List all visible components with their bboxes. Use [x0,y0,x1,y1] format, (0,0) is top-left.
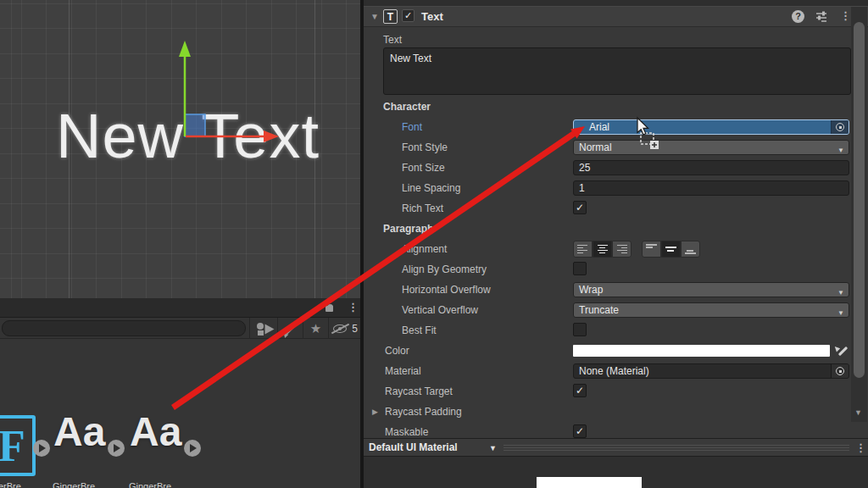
component-enabled-checkbox[interactable]: ✓ [402,9,415,22]
foldout-arrow-icon[interactable]: ▼ [370,12,379,21]
rich-text-label: Rich Text [402,202,443,214]
material-preview-area [364,457,868,488]
eye-slash-icon [331,324,349,334]
character-section-heading: Character [364,97,868,117]
font-row: Font Arial [364,117,868,137]
search-input[interactable] [2,320,246,336]
project-toolbar: ★ 5 [0,318,360,339]
material-label: Material [385,365,421,377]
font-asset-preview[interactable]: Aa [130,412,181,452]
text-component-icon: T [383,9,398,24]
raycast-padding-label: Raycast Padding [385,406,462,418]
alignment-row: Alignment [364,239,868,259]
chevron-down-icon: ▼ [837,286,844,300]
best-fit-label: Best Fit [402,324,437,336]
text-component-header[interactable]: ▼ T ✓ Text ? ⋮ [364,7,868,27]
font-size-label: Font Size [402,162,445,174]
material-menu-kebab-icon[interactable]: ⋮ [855,442,866,453]
material-bar-label[interactable]: Default UI Material [369,441,458,453]
maskable-checkbox[interactable]: ✓ [573,424,587,438]
shapes-icon [254,320,273,337]
text-property-label: Text [383,34,402,46]
align-bottom-button[interactable] [681,241,700,258]
object-picker-icon[interactable] [831,364,849,378]
scrollbar-thumb[interactable] [854,22,865,378]
foldout-right-icon[interactable]: ▶ [372,408,378,416]
font-file-asset[interactable]: F [0,415,36,476]
maskable-label: Maskable [385,426,428,438]
align-by-geometry-label: Align By Geometry [402,263,487,275]
text-value-textarea[interactable]: New Text [383,47,851,95]
paragraph-section-heading: Paragraph [364,219,868,239]
move-gizmo[interactable] [0,0,360,298]
align-by-geometry-row: Align By Geometry [364,259,868,280]
rich-text-checkbox[interactable]: ✓ [573,201,587,214]
eyedropper-icon[interactable] [835,343,850,358]
align-right-button[interactable] [612,241,632,258]
star-icon: ★ [310,321,321,336]
asset-label[interactable]: GingerBre... [129,481,179,488]
font-style-dropdown[interactable]: Normal ▼ [573,140,849,155]
vertical-overflow-row: Vertical Overflow Truncate ▼ [364,300,868,320]
font-object-field[interactable]: Arial [573,119,849,135]
horizontal-alignment-group [573,241,632,258]
asset-label[interactable]: GingerBre... [53,481,103,488]
drag-handle[interactable] [504,445,849,451]
asset-label[interactable]: erBre... [0,481,29,488]
material-object-field[interactable]: None (Material) [573,363,849,379]
hidden-count: 5 [352,323,358,335]
material-row: Material None (Material) [364,361,868,381]
pencil-icon [281,320,300,337]
align-by-geometry-checkbox[interactable] [573,262,587,275]
lock-icon[interactable] [326,302,337,315]
best-fit-checkbox[interactable] [573,323,587,336]
horizontal-overflow-label: Horizontal Overflow [402,284,491,296]
inspector-scrollbar[interactable]: ▼ [851,7,867,422]
gizmo-y-arrowhead [179,41,191,57]
scrollbar-down-arrow-icon[interactable]: ▼ [854,408,862,417]
component-menu-kebab-icon[interactable]: ⋮ [840,10,851,21]
filter-by-label-button[interactable] [277,318,303,339]
best-fit-row: Best Fit [364,320,868,341]
chevron-down-icon: ▼ [837,307,844,320]
asset-expand-button[interactable] [184,440,201,457]
align-center-button[interactable] [593,241,612,258]
line-spacing-input[interactable]: 1 [573,180,849,196]
gizmo-plane-handle[interactable] [185,114,205,136]
material-preview-quad [537,477,642,488]
vertical-overflow-dropdown[interactable]: Truncate ▼ [573,302,849,318]
font-asset-preview[interactable]: Aa [53,412,105,452]
favorites-button[interactable]: ★ [303,318,328,339]
asset-expand-button[interactable] [33,440,50,457]
align-left-button[interactable] [573,241,593,258]
inspector-panel: ▼ T ✓ Text ? ⋮ Text New Text Character F… [364,0,868,488]
font-file-icon-letter: F [0,421,25,471]
asset-expand-button[interactable] [108,440,125,457]
material-preview-bar[interactable]: Default UI Material ▼ ⋮ [364,438,868,457]
project-content-area[interactable]: F Aa Aa erBre... GingerBre... GingerBre.… [0,339,360,488]
raycast-target-checkbox[interactable]: ✓ [573,384,587,397]
line-spacing-label: Line Spacing [402,182,460,194]
filter-by-type-button[interactable] [249,318,277,339]
font-size-input[interactable]: 25 [573,160,849,175]
project-panel: ⋮ ★ 5 F Aa Aa erBre [0,298,360,488]
project-tab-bar: ⋮ [0,298,360,318]
raycast-target-label: Raycast Target [385,385,453,397]
hidden-packages-button[interactable]: 5 [328,318,360,339]
inspector-top-strip [364,0,868,7]
align-middle-button[interactable] [661,241,681,258]
help-icon[interactable]: ? [792,10,804,23]
project-menu-kebab-icon[interactable]: ⋮ [348,302,359,313]
font-size-row: Font Size 25 [364,158,868,178]
align-top-button[interactable] [642,241,661,258]
vertical-overflow-label: Vertical Overflow [402,304,478,316]
component-title: Text [421,10,443,23]
object-picker-icon[interactable] [831,120,849,134]
line-spacing-row: Line Spacing 1 [364,178,868,198]
chevron-down-icon: ▼ [489,444,497,452]
presets-icon[interactable] [815,10,828,24]
color-swatch[interactable] [573,345,830,357]
horizontal-overflow-dropdown[interactable]: Wrap ▼ [573,282,849,297]
scene-view[interactable]: New Text [0,0,360,298]
alignment-label: Alignment [402,243,447,255]
